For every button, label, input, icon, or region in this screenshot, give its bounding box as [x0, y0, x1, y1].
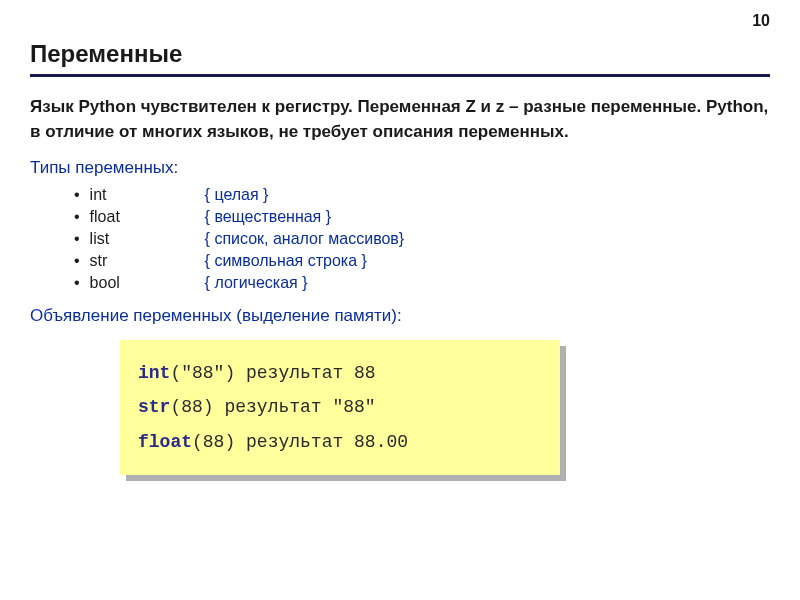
- type-name: bool: [90, 274, 205, 292]
- type-name: int: [90, 186, 205, 204]
- declaration-header: Объявление переменных (выделение памяти)…: [30, 306, 770, 326]
- code-func: int: [138, 363, 170, 383]
- bullet-icon: •: [74, 252, 80, 270]
- type-desc: { целая }: [205, 186, 269, 204]
- type-desc: { символьная строка }: [205, 252, 367, 270]
- types-header: Типы переменных:: [30, 158, 770, 178]
- type-name: list: [90, 230, 205, 248]
- slide-title: Переменные: [30, 40, 770, 77]
- list-item: • bool { логическая }: [74, 274, 770, 292]
- list-item: • list { список, аналог массивов}: [74, 230, 770, 248]
- type-name: float: [90, 208, 205, 226]
- code-block: int("88") результат 88 str(88) результат…: [120, 340, 560, 475]
- list-item: • int { целая }: [74, 186, 770, 204]
- code-arg: ("88"): [170, 363, 235, 383]
- code-box: int("88") результат 88 str(88) результат…: [120, 340, 560, 475]
- code-line: str(88) результат "88": [138, 390, 542, 424]
- type-name: str: [90, 252, 205, 270]
- code-func: str: [138, 397, 170, 417]
- code-result: результат 88.00: [235, 432, 408, 452]
- type-desc: { логическая }: [205, 274, 308, 292]
- code-arg: (88): [192, 432, 235, 452]
- list-item: • str { символьная строка }: [74, 252, 770, 270]
- type-desc: { вещественная }: [205, 208, 331, 226]
- bullet-icon: •: [74, 274, 80, 292]
- bullet-icon: •: [74, 186, 80, 204]
- code-arg: (88): [170, 397, 213, 417]
- code-result: результат "88": [214, 397, 376, 417]
- page-number: 10: [752, 12, 770, 30]
- types-list: • int { целая } • float { вещественная }…: [30, 186, 770, 292]
- bullet-icon: •: [74, 208, 80, 226]
- code-line: float(88) результат 88.00: [138, 425, 542, 459]
- code-func: float: [138, 432, 192, 452]
- code-line: int("88") результат 88: [138, 356, 542, 390]
- list-item: • float { вещественная }: [74, 208, 770, 226]
- type-desc: { список, аналог массивов}: [205, 230, 405, 248]
- intro-paragraph: Язык Python чувствителен к регистру. Пер…: [30, 95, 770, 144]
- bullet-icon: •: [74, 230, 80, 248]
- code-result: результат 88: [235, 363, 375, 383]
